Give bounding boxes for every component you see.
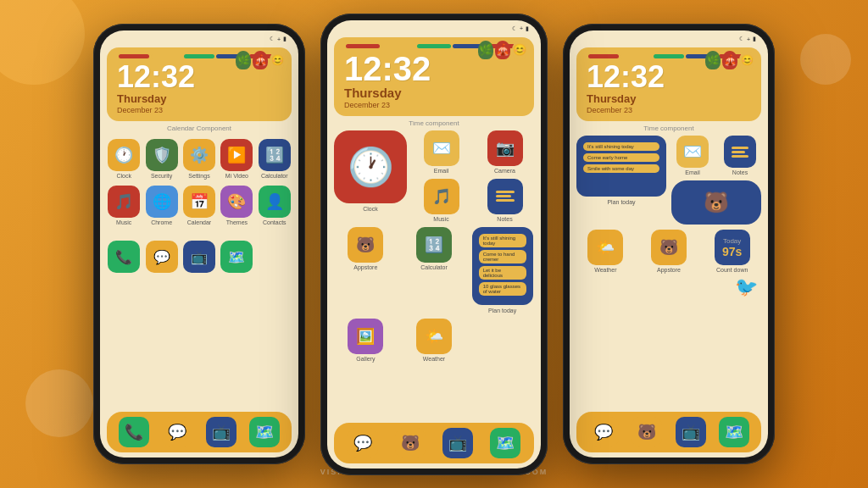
status-bar-right: ☾ + ▮ bbox=[570, 30, 768, 44]
app-maps[interactable]: 🗺️ bbox=[220, 241, 253, 273]
app-weather-m[interactable]: 🌤️ Weather bbox=[403, 319, 466, 362]
clock-widget-right: 12:32 Thursday December 23 🌿 🎪 😊 bbox=[576, 47, 761, 121]
phone-right-screen: ☾ + ▮ 12:32 Thursday December 23 bbox=[570, 30, 768, 458]
widget-label-right: Time component bbox=[570, 125, 768, 132]
app-themes-label: Themes bbox=[226, 219, 248, 225]
app-notes-r[interactable]: Notes bbox=[719, 136, 761, 175]
battery-icon: ▮ bbox=[283, 36, 287, 42]
clock-day-right: Thursday bbox=[587, 92, 751, 105]
widget-chars-middle: 🌿 🎪 😊 bbox=[478, 41, 527, 59]
signal-icon-r: + bbox=[747, 36, 750, 42]
app-appstore-r-label: Appstore bbox=[657, 267, 681, 273]
widget-chars-left: 🌿 🎪 😊 bbox=[236, 51, 285, 69]
countdown-label-r: Count down bbox=[716, 267, 748, 273]
phone-left-screen: ☾ + ▮ 12:32 Thursday December 23 bbox=[100, 30, 298, 458]
app-themes[interactable]: 🎨 Themes bbox=[220, 186, 253, 225]
dock-phone[interactable]: 📞 bbox=[119, 417, 149, 447]
app-sms[interactable]: 💬 bbox=[144, 241, 178, 273]
app-music-m[interactable]: 🎵 Music bbox=[412, 179, 470, 222]
app-calculator-m[interactable]: 🔢 Calculator bbox=[403, 227, 466, 270]
app-email-m[interactable]: ✉️ Email bbox=[412, 130, 470, 174]
app-chrome[interactable]: 🌐 Chrome bbox=[144, 186, 178, 225]
app-clock[interactable]: 🕐 Clock bbox=[107, 139, 141, 179]
app-calendar-label: Calendar bbox=[187, 219, 211, 225]
widget-chars-right: 🌿 🎪 😊 bbox=[705, 51, 754, 69]
app-contacts-label: Contacts bbox=[263, 219, 287, 225]
moon-icon-r: ☾ bbox=[739, 36, 744, 42]
status-icons-middle: ☾ + ▮ bbox=[512, 25, 529, 32]
app-notes-r-label: Notes bbox=[732, 169, 748, 175]
status-bar-middle: ☾ + ▮ bbox=[327, 20, 541, 34]
dock-r-maps[interactable]: 🗺️ bbox=[719, 417, 749, 447]
app-mivideo[interactable]: ▶️ Mi Video bbox=[220, 139, 253, 179]
app-gallery-m[interactable]: 🖼️ Gallery bbox=[334, 319, 398, 362]
clock-date-left: December 23 bbox=[117, 106, 281, 114]
dock-r-sms[interactable]: 💬 bbox=[588, 417, 619, 447]
dock-right: 💬 🐻 📺 🗺️ bbox=[576, 412, 761, 452]
app-calculator-m-label: Calculator bbox=[420, 264, 448, 270]
app-settings[interactable]: ⚙️ Settings bbox=[182, 139, 216, 179]
app-tv[interactable]: 📺 bbox=[182, 241, 216, 273]
app-email-label: Email bbox=[434, 168, 449, 174]
app-music-label: Music bbox=[116, 219, 131, 225]
clock-widget-left: 12:32 Thursday December 23 🌿 🎪 😊 bbox=[107, 47, 292, 121]
app-music[interactable]: 🎵 Music bbox=[107, 186, 141, 225]
app-calendar[interactable]: 📅 Calendar bbox=[182, 186, 216, 225]
app-email-r-label: Email bbox=[685, 169, 700, 175]
status-bar-left: ☾ + ▮ bbox=[100, 30, 298, 44]
widget-label-middle: Time component bbox=[327, 119, 541, 127]
app-settings-label: Settings bbox=[188, 173, 209, 179]
widgets-section-right: It's still shining today Come early home… bbox=[570, 136, 768, 298]
battery-icon-m: ▮ bbox=[526, 25, 529, 32]
dock-m-maps[interactable]: 🗺️ bbox=[490, 428, 520, 458]
signal-icon-m: + bbox=[520, 25, 523, 31]
phone-middle-screen: ☾ + ▮ 12:32 Thursday December 23 bbox=[327, 20, 541, 469]
clock-day-middle: Thursday bbox=[344, 86, 524, 100]
plan-today-r-label: Plan today bbox=[607, 199, 635, 205]
app-section-middle: 🕐 Clock ✉️ Email 📷 Camera 🎵 Music bbox=[327, 130, 541, 362]
app-gallery-label: Gallery bbox=[356, 356, 375, 362]
app-appstore-m[interactable]: 🐻 Appstore bbox=[334, 227, 398, 270]
dock-tv[interactable]: 📺 bbox=[206, 417, 236, 447]
app-phone[interactable]: 📞 bbox=[107, 241, 141, 273]
app-calculator[interactable]: 🔢 Calculator bbox=[258, 139, 292, 179]
app-clock-label: Clock bbox=[116, 173, 131, 179]
phone-right: ☾ + ▮ 12:32 Thursday December 23 bbox=[563, 24, 775, 464]
app-email-r[interactable]: ✉️ Email bbox=[671, 136, 714, 175]
clock-widget-middle: 12:32 Thursday December 23 🌿 🎪 😊 bbox=[334, 37, 534, 116]
clock-date-right: December 23 bbox=[587, 106, 751, 114]
app-chrome-label: Chrome bbox=[151, 219, 172, 225]
bg-circle-2 bbox=[25, 369, 93, 437]
app-grid-left-3: 📞 💬 📺 🗺️ bbox=[100, 237, 298, 276]
bg-circle-3 bbox=[800, 34, 851, 85]
app-security[interactable]: 🛡️ Security bbox=[144, 139, 178, 179]
dock-r-tv[interactable]: 📺 bbox=[676, 417, 706, 447]
dock-m-tv[interactable]: 📺 bbox=[442, 428, 473, 458]
app-camera-m[interactable]: 📷 Camera bbox=[476, 130, 534, 174]
widget-label-left: Calendar Component bbox=[100, 125, 298, 132]
app-notes-m[interactable]: Notes bbox=[476, 179, 534, 222]
app-appstore-r[interactable]: 🐻 Appstore bbox=[640, 230, 698, 273]
dock-r-bear[interactable]: 🐻 bbox=[632, 417, 662, 447]
moon-icon: ☾ bbox=[270, 36, 275, 42]
dock-sms[interactable]: 💬 bbox=[162, 417, 192, 447]
app-appstore-label: Appstore bbox=[353, 264, 377, 270]
app-clock-large[interactable]: 🕐 Clock bbox=[334, 130, 407, 222]
app-contacts[interactable]: 👤 Contacts bbox=[258, 186, 292, 225]
phone-left: ☾ + ▮ 12:32 Thursday December 23 bbox=[93, 24, 305, 464]
app-mivideo-label: Mi Video bbox=[225, 173, 248, 179]
dock-left: 📞 💬 📺 🗺️ bbox=[107, 412, 292, 452]
clock-day-left: Thursday bbox=[117, 92, 281, 105]
app-weather-m-label: Weather bbox=[423, 356, 445, 362]
status-icons-right: ☾ + ▮ bbox=[739, 36, 756, 42]
dock-m-bear[interactable]: 🐻 bbox=[395, 428, 426, 458]
app-calculator-label: Calculator bbox=[261, 173, 288, 179]
signal-icon: + bbox=[277, 36, 281, 42]
status-icons-left: ☾ + ▮ bbox=[270, 36, 287, 42]
app-grid-left-1: 🕐 Clock 🛡️ Security ⚙️ Settings ▶️ Mi Vi… bbox=[100, 136, 298, 182]
battery-icon-r: ▮ bbox=[753, 36, 756, 42]
dock-m-phone[interactable]: 💬 bbox=[348, 428, 378, 458]
app-weather-r[interactable]: 🌤️ Weather bbox=[576, 230, 635, 273]
app-music-m-label: Music bbox=[433, 216, 448, 222]
dock-maps[interactable]: 🗺️ bbox=[249, 417, 280, 447]
